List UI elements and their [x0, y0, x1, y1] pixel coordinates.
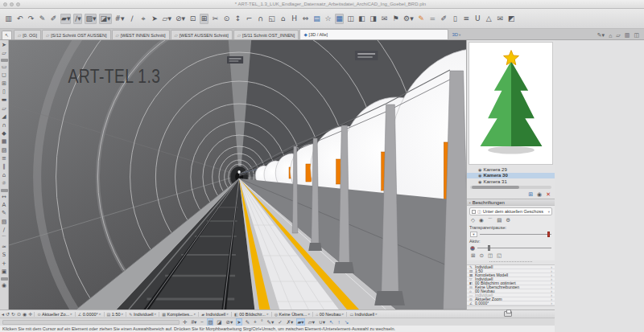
marquee-icon[interactable]: ▱▾	[162, 14, 172, 24]
copy-ref-icon[interactable]: ⊞	[471, 252, 475, 259]
mesh-tool-icon[interactable]: ▦	[2, 137, 7, 146]
zoom-small-icon[interactable]: ⊙	[17, 311, 21, 317]
profile-manager-icon[interactable]: ◨	[369, 14, 378, 24]
segment-model-view-options[interactable]: ◧ 00 Bildschir... ▸	[231, 312, 271, 317]
surface-icon[interactable]: ◪▾	[99, 14, 111, 24]
redo-small-icon[interactable]: ↻	[11, 311, 15, 317]
fill-tool-icon[interactable]: ▧	[2, 218, 7, 226]
distribute-icon[interactable]: ⇔	[301, 14, 310, 24]
color-dot-icon[interactable]	[470, 246, 475, 251]
trace-slider-handle[interactable]	[547, 232, 550, 237]
window-tool-icon[interactable]: ⊞	[2, 80, 6, 88]
view-tab[interactable]: ▱ [S/11 Schnitt OST_INNEN]	[233, 30, 299, 39]
sidebar-toggle-icon[interactable]: ▥	[4, 14, 13, 24]
wall-tool-icon[interactable]: ▭	[2, 63, 7, 71]
text-tool-icon[interactable]: A	[2, 201, 6, 209]
zone-tool-icon[interactable]: ▨	[2, 146, 7, 154]
fill-type-icon[interactable]: ▨▾	[85, 14, 97, 24]
coordinates-icon[interactable]: ✛	[182, 318, 188, 326]
align-h-icon[interactable]: H	[290, 14, 299, 24]
3d-viewport[interactable]: ART-TEL 1.3	[9, 40, 466, 309]
label-tool-icon[interactable]: ✎	[2, 209, 6, 217]
marker-pen-icon[interactable]: ✎▾	[266, 318, 275, 326]
pan-icon[interactable]: ✛	[28, 311, 32, 317]
camera-item-31[interactable]: ◉ Kamera 31	[467, 178, 555, 185]
split-icon[interactable]: ✂	[211, 14, 220, 24]
tab-overview-icon[interactable]: ↖	[2, 31, 12, 39]
undo-small-icon[interactable]: ↺	[6, 311, 10, 317]
update-icon[interactable]: U	[473, 14, 482, 24]
publisher-icon[interactable]: ◫	[634, 32, 639, 39]
view-tab[interactable]: ▱ [WEST AUSSEN Schnitt]	[171, 30, 233, 39]
gravity-icon[interactable]: ⊘▾	[225, 318, 233, 326]
morph-tool-icon[interactable]: ◆	[2, 129, 6, 137]
minimize-window-icon[interactable]	[10, 2, 14, 6]
camera-item-29[interactable]: ◉ Kamera 29	[467, 166, 555, 173]
stretch-icon[interactable]: ↕	[233, 14, 242, 24]
segment-orientation[interactable]: ∠ 0.0000° ▸	[75, 312, 104, 317]
camera-list-scrollbar[interactable]	[470, 186, 551, 189]
trace-slider[interactable]: ▾	[469, 232, 552, 237]
annotation-icon[interactable]: ✐	[440, 14, 448, 24]
segment-zoom-preset[interactable]: ⊙ Aktueller Zo... ▸	[34, 312, 74, 317]
reference-icon[interactable]: ◇	[471, 217, 475, 223]
print-icon[interactable]	[504, 311, 512, 317]
move-icon[interactable]: ⌂	[279, 14, 287, 24]
pen-quick-icon[interactable]: ✎▾	[597, 32, 605, 39]
toolbox-divider[interactable]	[1, 59, 8, 62]
equalize-icon[interactable]: =	[428, 14, 437, 24]
guides-icon[interactable]: −	[200, 318, 204, 326]
redo-icon[interactable]: ↷	[27, 14, 35, 24]
editing-plane-icon[interactable]: ◪	[216, 318, 222, 326]
group-toggle-icon[interactable]: ▰▾	[296, 318, 304, 326]
railing-tool-icon[interactable]: ‖	[2, 162, 6, 170]
subselect-icon[interactable]: ▱▾	[308, 318, 316, 326]
line-tool-icon[interactable]: ∕	[3, 226, 5, 234]
syringe-icon[interactable]: ✐	[49, 14, 58, 24]
add-camera-icon[interactable]: ⊞	[528, 191, 533, 198]
adjust-icon[interactable]: ⊙	[222, 14, 231, 24]
toolbox-divider[interactable]	[1, 277, 8, 281]
grid-toggle-icon[interactable]: #▾	[190, 318, 197, 326]
beam-tool-icon[interactable]: ▬	[2, 96, 7, 104]
arc-tool-icon[interactable]: ⌒	[2, 235, 7, 243]
mail-icon[interactable]: ✉	[380, 14, 389, 24]
reference-checkbox[interactable]	[472, 210, 476, 214]
undo-icon[interactable]: ↶	[15, 14, 24, 24]
delta-icon[interactable]: △	[485, 14, 493, 24]
frame-ref-icon[interactable]: ◫	[488, 252, 493, 259]
merge-ref-icon[interactable]: ⊙	[479, 252, 483, 259]
project-map-icon[interactable]: ⌂	[609, 33, 612, 39]
dimension-tool-icon[interactable]: ↔	[2, 193, 6, 201]
close-window-icon[interactable]	[3, 2, 7, 6]
stair-tool-icon[interactable]: ≡	[2, 154, 6, 162]
view-map-icon[interactable]: ▱	[616, 32, 620, 39]
intersect-icon[interactable]: ∩	[256, 14, 265, 24]
teamwork-icon[interactable]: ⚑	[391, 14, 400, 24]
check-icon[interactable]: ✓	[277, 318, 283, 326]
lock-icon[interactable]: ⊘▾	[175, 14, 186, 24]
resize-icon[interactable]: ◱	[267, 14, 276, 24]
layers-ref-icon[interactable]: ▤	[497, 217, 502, 223]
toolbox-divider[interactable]	[1, 189, 8, 192]
pen-sets-icon[interactable]: ◧	[357, 14, 366, 24]
active-slider-track[interactable]	[477, 248, 551, 248]
highlight-icon[interactable]: ▨	[207, 318, 213, 326]
cursor-icon[interactable]: ➤	[151, 14, 159, 24]
scrollbar-thumb[interactable]	[472, 186, 519, 189]
coordinate-input[interactable]	[2, 320, 180, 325]
figure-tool-icon[interactable]: ▣	[2, 268, 7, 276]
trace-slider-track[interactable]	[480, 234, 551, 235]
spline-tool-icon[interactable]: S	[2, 251, 6, 259]
eyedropper-icon[interactable]: ✎	[38, 14, 47, 24]
favorites-icon[interactable]: ☆	[324, 14, 332, 24]
layers-icon[interactable]: ▤	[312, 14, 321, 24]
organizer-icon[interactable]: ◫	[346, 14, 355, 24]
delete-icon[interactable]: ✕	[546, 191, 551, 198]
select-prev-icon[interactable]: ↖	[328, 318, 334, 326]
line-type-icon[interactable]: ∕▾	[73, 14, 82, 24]
view-tab[interactable]: ◆ [3D / Alle]	[299, 29, 448, 39]
magnet-icon[interactable]: ∪▾	[318, 318, 326, 326]
slab-tool-icon[interactable]: ▱	[2, 105, 6, 113]
guide-lines-icon[interactable]: ∕	[128, 14, 137, 24]
